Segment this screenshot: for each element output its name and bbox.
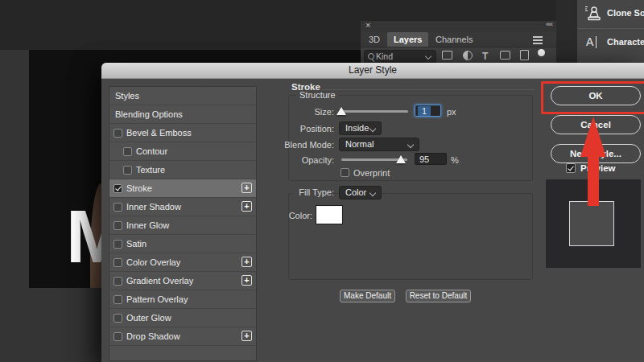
- size-input[interactable]: 1: [415, 105, 441, 117]
- style-row-label: Satin: [126, 235, 147, 253]
- outer-glow-checkbox[interactable]: [114, 314, 122, 323]
- size-slider-thumb[interactable]: [336, 107, 346, 115]
- style-row-label: Texture: [136, 161, 165, 179]
- add-effect-icon[interactable]: +: [242, 257, 252, 267]
- style-row-bevel-emboss[interactable]: Bevel & Emboss: [109, 124, 256, 142]
- style-row-stroke[interactable]: Stroke+: [109, 179, 256, 198]
- search-icon: [368, 53, 374, 60]
- adjustment-layers-icon[interactable]: [463, 51, 473, 60]
- gradient-overlay-checkbox[interactable]: [114, 277, 122, 286]
- size-label: Size:: [270, 107, 334, 117]
- style-row-label: Contour: [136, 142, 167, 160]
- style-row-label: Gradient Overlay: [126, 272, 193, 290]
- color-overlay-checkbox[interactable]: [114, 258, 122, 267]
- style-row-satin[interactable]: Satin: [109, 235, 256, 253]
- dock-label-clone-source: Clone Source: [607, 8, 644, 18]
- tab-channels[interactable]: Channels: [429, 32, 479, 47]
- drop-shadow-checkbox[interactable]: [114, 332, 122, 341]
- layer-filter-row: Kind T: [361, 47, 556, 64]
- filter-kind-value: Kind: [376, 51, 393, 63]
- position-dropdown[interactable]: Inside: [339, 121, 382, 135]
- style-row-label: Blending Options: [115, 105, 183, 123]
- stroke-checkbox[interactable]: [114, 184, 122, 193]
- size-value: 1: [418, 106, 431, 116]
- photoshop-screen: M × «« 3D Layers Channels Kind T: [0, 0, 644, 362]
- filter-toggle-icon[interactable]: [538, 49, 545, 56]
- opacity-input[interactable]: 95: [415, 153, 447, 165]
- opacity-slider-thumb[interactable]: [396, 155, 406, 163]
- panel-menu-icon[interactable]: [533, 36, 543, 44]
- style-row-inner-glow[interactable]: Inner Glow: [109, 216, 256, 235]
- collapse-panel-icon[interactable]: ««: [546, 20, 552, 28]
- texture-checkbox[interactable]: [123, 166, 132, 175]
- inner-glow-checkbox[interactable]: [114, 221, 122, 230]
- add-effect-icon[interactable]: +: [242, 331, 252, 341]
- style-row-label: Outer Glow: [126, 309, 171, 327]
- panel-header: × ««: [361, 21, 556, 32]
- dock-item-clone-source[interactable]: Clone Source: [577, 0, 644, 27]
- make-default-button[interactable]: Make Default: [340, 290, 395, 302]
- chevron-down-icon: [369, 190, 376, 196]
- style-row-outer-glow[interactable]: Outer Glow: [109, 309, 256, 327]
- style-row-blending-options[interactable]: Blending Options: [109, 105, 256, 124]
- chevron-down-icon: [369, 125, 376, 132]
- filter-kind-select[interactable]: Kind: [364, 50, 436, 64]
- inner-shadow-checkbox[interactable]: [114, 203, 122, 212]
- add-effect-icon[interactable]: +: [242, 275, 252, 286]
- pattern-overlay-checkbox[interactable]: [114, 295, 122, 304]
- style-row-texture[interactable]: Texture: [109, 161, 256, 179]
- shape-layers-icon[interactable]: [500, 51, 510, 60]
- bevel-emboss-checkbox[interactable]: [114, 129, 122, 138]
- style-row-drop-shadow[interactable]: Drop Shadow+: [109, 327, 256, 346]
- tab-3d[interactable]: 3D: [362, 32, 386, 47]
- styles-list: StylesBlending OptionsBevel & EmbossCont…: [109, 86, 257, 361]
- pixel-layers-icon[interactable]: [442, 51, 452, 60]
- reset-to-default-button[interactable]: Reset to Default: [406, 290, 471, 302]
- dialog-title: Layer Style: [101, 63, 644, 78]
- style-row-styles[interactable]: Styles: [109, 87, 256, 105]
- fill-type-value: Color: [345, 187, 366, 197]
- style-row-label: Inner Glow: [126, 216, 169, 234]
- close-icon[interactable]: ×: [365, 20, 370, 30]
- clone-stamp-icon: [584, 4, 603, 23]
- style-row-color-overlay[interactable]: Color Overlay+: [109, 253, 256, 272]
- opacity-unit: %: [451, 155, 459, 165]
- size-unit: px: [447, 107, 456, 117]
- opacity-label: Opacity:: [270, 155, 334, 165]
- annotation-arrow-icon: [576, 107, 610, 208]
- satin-checkbox[interactable]: [114, 240, 122, 249]
- size-slider-track[interactable]: [340, 110, 408, 113]
- style-row-contour[interactable]: Contour: [109, 142, 256, 161]
- layers-panel: × «« 3D Layers Channels Kind T: [361, 21, 556, 64]
- add-effect-icon[interactable]: +: [242, 183, 252, 193]
- color-label: Color:: [272, 211, 312, 220]
- dialog-titlebar[interactable]: Layer Style: [101, 63, 644, 79]
- contour-checkbox[interactable]: [123, 147, 132, 156]
- style-row-label: Bevel & Emboss: [126, 124, 192, 142]
- add-effect-icon[interactable]: +: [242, 201, 252, 212]
- fill-type-dropdown[interactable]: Color: [339, 186, 382, 200]
- style-row-label: Color Overlay: [126, 253, 180, 271]
- blend-mode-label: Blend Mode:: [270, 140, 334, 150]
- overprint-label: Overprint: [353, 168, 390, 178]
- style-row-label: Stroke: [126, 179, 152, 197]
- type-layers-icon[interactable]: T: [482, 51, 488, 61]
- preview-checkbox[interactable]: [566, 163, 576, 173]
- tab-layers[interactable]: Layers: [387, 32, 428, 47]
- panel-dock: Clone Source A Character: [577, 0, 644, 63]
- position-label: Position:: [270, 124, 334, 134]
- structure-legend: Structure: [296, 90, 339, 100]
- character-a-icon: A: [586, 35, 593, 48]
- chevron-down-icon: [425, 53, 431, 60]
- style-row-inner-shadow[interactable]: Inner Shadow+: [109, 198, 256, 216]
- dock-gap: [556, 0, 577, 63]
- color-swatch[interactable]: [316, 205, 343, 224]
- position-value: Inside: [345, 123, 369, 133]
- style-row-gradient-overlay[interactable]: Gradient Overlay+: [109, 272, 256, 290]
- dock-item-character[interactable]: A Character: [577, 29, 644, 56]
- chevron-down-icon: [407, 142, 414, 148]
- blend-mode-dropdown[interactable]: Normal: [339, 138, 419, 151]
- style-row-pattern-overlay[interactable]: Pattern Overlay: [109, 290, 256, 309]
- smart-objects-icon[interactable]: [520, 50, 529, 60]
- overprint-checkbox[interactable]: [341, 168, 349, 177]
